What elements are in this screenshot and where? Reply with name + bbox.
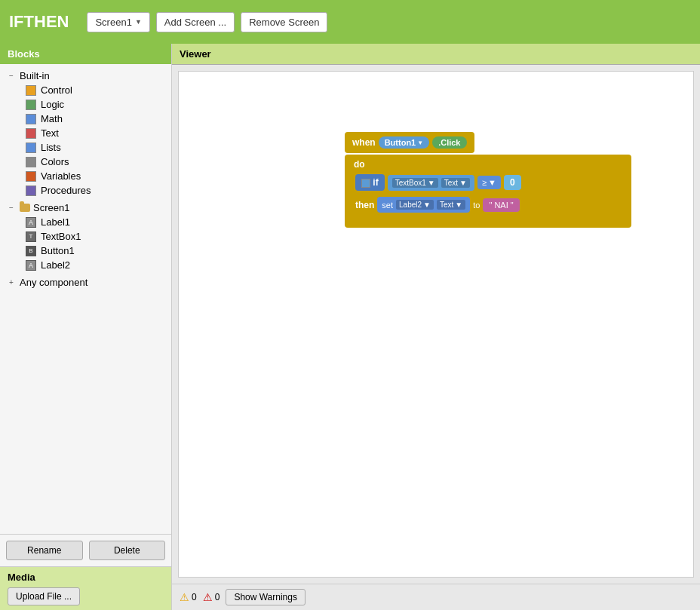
click-pill[interactable]: .Click (432, 136, 466, 149)
if-block[interactable]: if (355, 174, 385, 191)
string-quote-close: " (511, 201, 514, 210)
text2-set-dropdown[interactable]: Text ▼ (437, 200, 465, 210)
when-label: when (352, 137, 376, 148)
operator-caret: ▼ (488, 178, 496, 187)
text2-set-caret: ▼ (455, 201, 462, 209)
warning-icon: ⚠ (180, 591, 189, 603)
string-block[interactable]: " NAI " (483, 198, 519, 212)
screen1-parent[interactable]: − Screen1 (0, 201, 171, 215)
remove-screen-button[interactable]: Remove Screen (241, 12, 327, 32)
errors-badge: ⚠ 0 (203, 591, 220, 603)
textbox1-condition-label: TextBox1 (395, 179, 426, 187)
procedures-leaf[interactable]: Procedures (21, 183, 171, 198)
textbox1-icon: T (26, 231, 36, 242)
text2-set-label: Text (440, 201, 453, 209)
builtin-children: Control Logic Math Text (0, 83, 171, 198)
then-label: then (355, 200, 374, 210)
procedures-icon (26, 185, 36, 196)
sidebar: Blocks − Built-in Control Logic (0, 44, 172, 610)
button1-leaf[interactable]: B Button1 (21, 244, 171, 258)
condition-block[interactable]: TextBox1 ▼ Text ▼ (388, 175, 474, 191)
button1-name: Button1 (41, 245, 75, 256)
button1-dropdown-arrow: ▼ (417, 139, 423, 146)
string-quote-open: " (489, 201, 492, 210)
rename-button[interactable]: Rename (6, 541, 83, 560)
blocks-header: Blocks (0, 44, 171, 64)
if-icon (361, 179, 370, 188)
builtin-section: − Built-in Control Logic Math (0, 67, 171, 199)
math-leaf[interactable]: Math (21, 112, 171, 126)
sidebar-action-buttons: Rename Delete (0, 534, 171, 566)
any-component-expand-icon: + (6, 277, 17, 288)
variables-leaf[interactable]: Variables (21, 169, 171, 183)
screen1-label: Screen1 (33, 202, 69, 213)
operator-block[interactable]: ≥ ▼ (477, 176, 501, 189)
label2-set-label: Label2 (399, 201, 422, 209)
viewer-bottom: ⚠ 0 ⚠ 0 Show Warnings (172, 584, 700, 610)
label2-icon: A (26, 260, 36, 271)
screen1-expand-icon: − (6, 203, 17, 213)
set-block[interactable]: set Label2 ▼ Text ▼ (377, 197, 470, 213)
label2-set-caret: ▼ (423, 201, 431, 209)
main: Blocks − Built-in Control Logic (0, 44, 700, 610)
procedures-label: Procedures (41, 185, 91, 196)
upload-file-button[interactable]: Upload File ... (8, 587, 80, 605)
set-label: set (382, 201, 393, 210)
text-leaf[interactable]: Text (21, 126, 171, 140)
variables-icon (26, 171, 36, 182)
logic-leaf[interactable]: Logic (21, 97, 171, 112)
add-screen-button[interactable]: Add Screen ... (156, 12, 235, 32)
button1-icon: B (26, 246, 36, 256)
then-row: then set Label2 ▼ Text ▼ (351, 194, 631, 216)
screen1-children: A Label1 T TextBox1 B Button1 A Label2 (0, 215, 171, 272)
text-icon (26, 128, 36, 139)
control-leaf[interactable]: Control (21, 83, 171, 97)
number-block[interactable]: 0 (504, 175, 521, 190)
any-component-parent[interactable]: + Any component (0, 275, 171, 290)
if-row: if TextBox1 ▼ Text ▼ (351, 171, 631, 194)
colors-icon (26, 157, 36, 167)
block-connector (363, 216, 393, 225)
control-label: Control (41, 84, 72, 96)
text1-condition-label: Text (444, 179, 458, 187)
warnings-count: 0 (192, 592, 197, 602)
viewer-canvas[interactable]: when Button1 ▼ .Click do if (178, 71, 694, 578)
warnings-badge: ⚠ 0 (180, 591, 197, 603)
screen-dropdown[interactable]: Screen1 (87, 12, 149, 32)
if-label: if (373, 177, 378, 188)
lists-leaf[interactable]: Lists (21, 140, 171, 155)
label1-icon: A (26, 217, 36, 228)
show-warnings-button[interactable]: Show Warnings (226, 589, 305, 605)
media-header: Media (8, 572, 164, 583)
control-icon (26, 85, 36, 96)
text1-dropdown[interactable]: Text ▼ (441, 178, 470, 188)
header: IFTHEN Screen1 Add Screen ... Remove Scr… (0, 0, 700, 44)
label1-leaf[interactable]: A Label1 (21, 215, 171, 229)
app-title: IFTHEN (9, 12, 69, 32)
builtin-parent[interactable]: − Built-in (0, 69, 171, 83)
do-block: do if TextBox1 ▼ (345, 155, 631, 228)
textbox1-leaf[interactable]: T TextBox1 (21, 229, 171, 244)
textbox1-dropdown[interactable]: TextBox1 ▼ (392, 178, 438, 188)
to-label: to (473, 201, 480, 210)
variables-label: Variables (41, 170, 81, 182)
viewer-header: Viewer (172, 44, 700, 65)
label1-name: Label1 (41, 216, 70, 228)
media-section: Media Upload File ... (0, 566, 171, 610)
delete-button[interactable]: Delete (89, 541, 166, 560)
label2-leaf[interactable]: A Label2 (21, 258, 171, 272)
blocks-tree: − Built-in Control Logic Math (0, 64, 171, 534)
button1-pill[interactable]: Button1 ▼ (379, 136, 429, 149)
button1-pill-label: Button1 (385, 138, 416, 147)
screen1-section: − Screen1 A Label1 T TextBox1 B B (0, 199, 171, 274)
viewer: Viewer when Button1 ▼ .Click do (172, 44, 700, 610)
label2-set-dropdown[interactable]: Label2 ▼ (396, 200, 434, 210)
screen1-folder-icon (20, 204, 30, 212)
builtin-label: Built-in (20, 70, 50, 81)
when-block[interactable]: when Button1 ▼ .Click (345, 132, 474, 153)
colors-leaf[interactable]: Colors (21, 155, 171, 169)
builtin-expand-icon: − (6, 71, 17, 81)
text1-caret: ▼ (459, 179, 467, 187)
colors-label: Colors (41, 156, 69, 167)
math-icon (26, 114, 36, 124)
